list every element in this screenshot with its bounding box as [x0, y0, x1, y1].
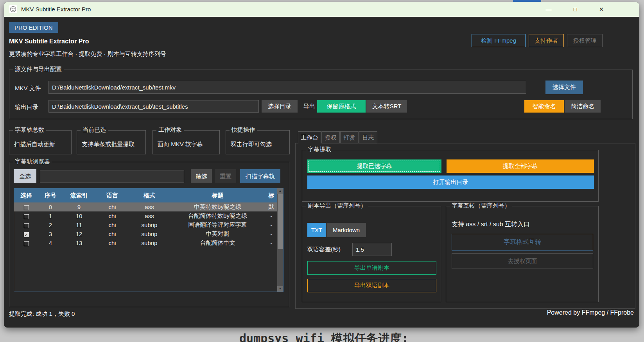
script-export-title: 剧本导出（需序列号） [306, 202, 368, 209]
cell-format: ass [129, 211, 170, 220]
col-select[interactable]: 选择 [14, 188, 38, 202]
convert-format-button[interactable]: 字幕格式互转 [452, 234, 593, 251]
scroll-up-icon[interactable]: ▲ [277, 188, 283, 194]
cell-flag: 默 [265, 202, 277, 211]
track-table: 选择 序号 流索引 语言 格式 标题 标 [14, 188, 283, 292]
col-lang[interactable]: 语言 [95, 188, 129, 202]
close-button[interactable]: ✕ [595, 2, 608, 17]
info-box-content: 支持单条或批量提取 [82, 141, 135, 148]
mkv-path-input[interactable] [48, 81, 526, 94]
col-title[interactable]: 标题 [170, 188, 265, 202]
title-bar[interactable]: MKV Subtitle Extractor Pro — □ ✕ [4, 2, 639, 17]
extract-group-title: 字幕提取 [306, 146, 333, 153]
app-subtitle: 更紧凑的专业字幕工作台 · 提取免费 · 剧本与互转支持序列号 [9, 50, 166, 58]
info-box-target: 工作对象 面向 MKV 软字幕 [152, 130, 220, 154]
tab-workbench[interactable]: 工作台 [298, 131, 321, 144]
table-row[interactable]: 2 11 chi subrip 国语翻译导评对应字幕 - [14, 220, 277, 229]
cell-index: 1 [38, 211, 63, 220]
support-author-button[interactable]: 支持作者 [529, 34, 564, 47]
table-row[interactable]: 3 12 chi subrip 中英对照 - [14, 229, 277, 238]
scan-tracks-button[interactable]: 扫描字幕轨 [240, 169, 280, 183]
cell-flag: - [265, 238, 277, 247]
table-scrollbar[interactable]: ▲ ▼ [277, 188, 283, 292]
license-manage-button[interactable]: 授权管理 [567, 34, 603, 47]
source-config-title: 源文件与导出配置 [13, 66, 64, 73]
check-ffmpeg-button[interactable]: 检测 FFmpeg [472, 34, 526, 47]
select-all-button[interactable]: 全选 [14, 169, 36, 183]
scrollbar-thumb[interactable] [278, 194, 283, 249]
reset-button[interactable]: 重置 [215, 169, 236, 183]
info-box-shortcut: 快捷操作 双击行即可勾选 [226, 130, 290, 154]
filter-button[interactable]: 筛选 [191, 169, 212, 183]
text-to-srt-toggle[interactable]: 文本转SRT [366, 100, 407, 113]
powered-by-text: Powered by FFmpeg / FFprobe [547, 309, 634, 316]
col-format[interactable]: 格式 [129, 188, 170, 202]
cell-title: 中英特效by晓之绿 [170, 202, 265, 211]
extract-all-button[interactable]: 提取全部字幕 [447, 159, 594, 173]
info-box-content: 面向 MKV 软字幕 [158, 141, 203, 148]
filter-input[interactable] [40, 170, 184, 183]
cell-index: 4 [38, 238, 63, 247]
cell-index: 3 [38, 229, 63, 238]
app-logo-icon [9, 5, 17, 13]
app-window: MKV Subtitle Extractor Pro — □ ✕ PRO EDI… [4, 2, 639, 328]
convert-group-title: 字幕互转（需序列号） [450, 202, 512, 209]
row-checkbox[interactable] [24, 214, 29, 219]
maximize-button[interactable]: □ [569, 2, 582, 17]
tab-license[interactable]: 授权 [321, 131, 340, 143]
tolerance-label: 双语容差(秒) [307, 246, 341, 253]
col-flag[interactable]: 标 [265, 188, 277, 202]
cell-format: subrip [129, 220, 170, 229]
row-checkbox[interactable] [24, 223, 29, 228]
export-label: 导出 [303, 103, 315, 110]
cell-stream: 10 [63, 211, 95, 220]
table-row[interactable]: 0 9 chi ass 中英特效by晓之绿 默 [14, 202, 277, 211]
choose-dir-button[interactable]: 选择目录 [262, 100, 298, 113]
col-index[interactable]: 序号 [38, 188, 63, 202]
scroll-down-icon[interactable]: ▼ [277, 286, 283, 292]
row-checkbox[interactable] [24, 232, 29, 237]
table-row[interactable]: 1 10 chi ass 台配简体特效by晓之绿 - [14, 211, 277, 220]
app-title: MKV Subtitle Extractor Pro [9, 38, 89, 45]
table-row[interactable]: 4 13 chi subrip 台配简体中文 - [14, 238, 277, 247]
markdown-format-toggle[interactable]: Markdown [326, 223, 366, 237]
tolerance-input[interactable] [352, 243, 392, 256]
goto-license-button[interactable]: 去授权页面 [452, 253, 593, 269]
export-mono-script-button[interactable]: 导出单语剧本 [307, 261, 436, 275]
tab-donate[interactable]: 打赏 [340, 131, 359, 143]
choose-file-button[interactable]: 选择文件 [545, 81, 583, 94]
smart-naming-toggle[interactable]: 智能命名 [524, 100, 564, 113]
mkv-file-label: MKV 文件 [15, 85, 41, 92]
cell-lang: chi [95, 220, 129, 229]
cell-lang: chi [95, 211, 129, 220]
desktop-background: dumpsys wifi 模拟任务进度: MKV Subtitle Extrac… [0, 0, 644, 342]
cell-title: 中英对照 [170, 229, 265, 238]
export-bilingual-script-button[interactable]: 导出双语剧本 [307, 279, 436, 292]
simple-naming-toggle[interactable]: 简洁命名 [565, 100, 601, 113]
track-browser-title: 字幕轨浏览器 [13, 158, 52, 165]
output-dir-label: 输出目录 [15, 104, 38, 111]
cell-stream: 9 [63, 202, 95, 211]
row-checkbox[interactable] [24, 205, 29, 210]
cell-title: 台配简体中文 [170, 238, 265, 247]
info-box-title: 快捷操作 [230, 126, 257, 134]
keep-format-toggle[interactable]: 保留原格式 [317, 100, 366, 113]
row-checkbox[interactable] [24, 241, 29, 246]
cell-format: subrip [129, 238, 170, 247]
status-text: 提取完成: 成功 1，失败 0 [9, 310, 75, 318]
cell-flag: - [265, 220, 277, 229]
source-config-group: 源文件与导出配置 MKV 文件 选择文件 输出目录 选择目录 导出 保留原格式 … [9, 70, 633, 119]
cell-format: subrip [129, 229, 170, 238]
cell-title: 台配简体特效by晓之绿 [170, 211, 265, 220]
col-stream[interactable]: 流索引 [63, 188, 95, 202]
pro-edition-badge: PRO EDITION [9, 22, 58, 33]
tab-log[interactable]: 日志 [359, 131, 377, 143]
open-output-button[interactable]: 打开输出目录 [307, 175, 594, 189]
cell-flag: - [265, 229, 277, 238]
extract-selected-button[interactable]: 提取已选字幕 [307, 159, 441, 173]
cell-title: 国语翻译导评对应字幕 [170, 220, 265, 229]
info-box-content: 扫描后自动更新 [14, 141, 55, 148]
txt-format-toggle[interactable]: TXT [307, 223, 326, 237]
output-path-input[interactable] [48, 100, 259, 113]
minimize-button[interactable]: — [542, 2, 555, 17]
